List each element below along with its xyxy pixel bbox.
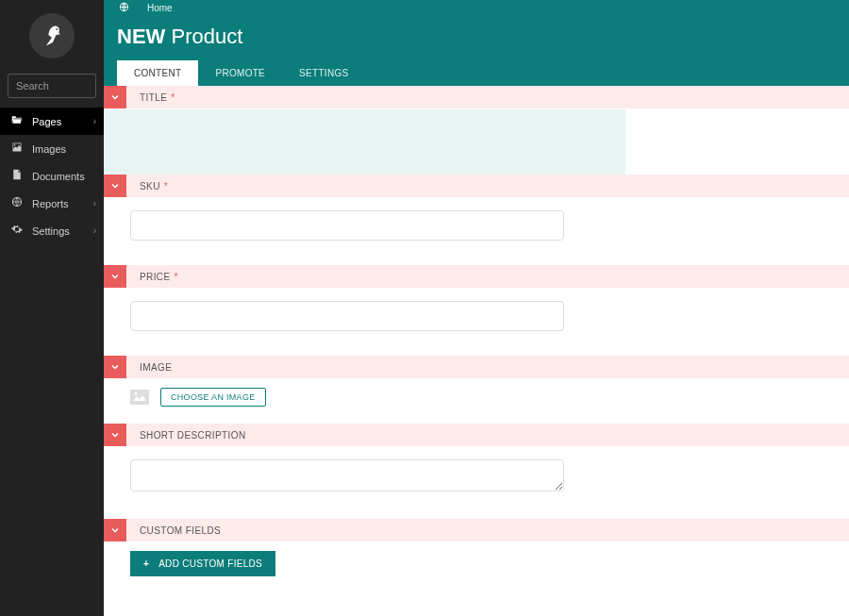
choose-image-button[interactable]: CHOOSE AN IMAGE: [160, 388, 266, 407]
tab-promote[interactable]: PROMOTE: [198, 60, 282, 86]
field-label: CUSTOM FIELDS: [140, 525, 221, 536]
field-price: PRICE *: [104, 265, 849, 356]
price-input[interactable]: [130, 301, 564, 331]
field-image: IMAGE CHOOSE AN IMAGE: [104, 356, 849, 424]
globe-icon: [9, 196, 25, 210]
field-title: TITLE *: [104, 86, 849, 175]
chevron-down-icon: [109, 524, 121, 536]
folder-open-icon: [9, 114, 25, 128]
svg-point-3: [135, 392, 138, 395]
field-label: IMAGE: [140, 362, 172, 373]
logo-circle: [29, 13, 75, 58]
sidebar: Pages › Images Documents Reports ›: [0, 0, 104, 616]
field-custom-fields: CUSTOM FIELDS + ADD CUSTOM FIELDS: [104, 519, 849, 605]
image-placeholder-icon: [130, 390, 149, 405]
page-title-new: NEW: [117, 25, 165, 48]
field-label: SHORT DESCRIPTION: [140, 430, 246, 441]
collapse-toggle[interactable]: [104, 356, 126, 378]
chevron-down-icon: [109, 180, 121, 191]
collapse-toggle[interactable]: [104, 424, 126, 446]
tabs: CONTENT PROMOTE SETTINGS: [117, 60, 836, 86]
main-content: Home NEW Product CONTENT PROMOTE SETTING…: [104, 0, 849, 616]
tab-content[interactable]: CONTENT: [117, 60, 198, 86]
required-star: *: [171, 92, 175, 103]
add-custom-fields-button[interactable]: + ADD CUSTOM FIELDS: [130, 551, 275, 576]
sku-input[interactable]: [130, 210, 564, 241]
tab-settings[interactable]: SETTINGS: [282, 60, 365, 86]
chevron-down-icon: [109, 271, 121, 282]
field-short-description: SHORT DESCRIPTION: [104, 424, 849, 519]
wagtail-bird-icon: [39, 23, 65, 49]
image-icon: [9, 142, 25, 156]
sidebar-nav: Pages › Images Documents Reports ›: [0, 108, 104, 244]
collapse-toggle[interactable]: [104, 519, 126, 541]
sidebar-item-settings[interactable]: Settings ›: [0, 217, 104, 244]
breadcrumb: Home: [104, 0, 849, 15]
field-label: PRICE *: [140, 272, 178, 282]
chevron-down-icon: [109, 361, 121, 373]
chevron-down-icon: [109, 92, 121, 103]
add-custom-fields-label: ADD CUSTOM FIELDS: [158, 558, 262, 569]
page-title-type: Product: [171, 25, 242, 48]
page-header: NEW Product CONTENT PROMOTE SETTINGS: [104, 15, 849, 86]
globe-icon[interactable]: [117, 2, 130, 14]
cog-icon: [9, 224, 25, 238]
logo: [0, 0, 104, 68]
page-title: NEW Product: [117, 25, 836, 60]
form: TITLE * SKU *: [104, 86, 849, 616]
required-star: *: [164, 181, 168, 191]
sidebar-item-reports[interactable]: Reports ›: [0, 190, 104, 217]
chevron-right-icon: ›: [93, 116, 96, 126]
breadcrumb-home[interactable]: Home: [147, 3, 173, 13]
svg-rect-2: [130, 390, 149, 405]
collapse-toggle[interactable]: [104, 265, 126, 288]
chevron-right-icon: ›: [93, 198, 96, 208]
sidebar-item-label: Pages: [32, 116, 61, 127]
short-description-input[interactable]: [130, 459, 564, 491]
sidebar-item-documents[interactable]: Documents: [0, 162, 104, 190]
sidebar-item-images[interactable]: Images: [0, 135, 104, 162]
sidebar-item-label: Images: [32, 143, 66, 155]
collapse-toggle[interactable]: [104, 175, 126, 197]
chevron-right-icon: ›: [93, 225, 96, 236]
chevron-down-icon: [109, 429, 121, 441]
collapse-toggle[interactable]: [104, 86, 126, 108]
sidebar-item-label: Reports: [32, 198, 69, 209]
field-sku: SKU *: [104, 175, 849, 265]
sidebar-item-pages[interactable]: Pages ›: [0, 108, 104, 135]
required-star: *: [175, 272, 178, 282]
plus-icon: +: [143, 558, 149, 569]
sidebar-search[interactable]: [8, 74, 96, 98]
document-icon: [9, 169, 25, 183]
title-input-area[interactable]: [104, 108, 849, 175]
sidebar-item-label: Documents: [32, 171, 85, 182]
field-label: TITLE *: [140, 92, 175, 103]
sidebar-item-label: Settings: [32, 225, 70, 237]
field-label: SKU *: [140, 181, 168, 191]
